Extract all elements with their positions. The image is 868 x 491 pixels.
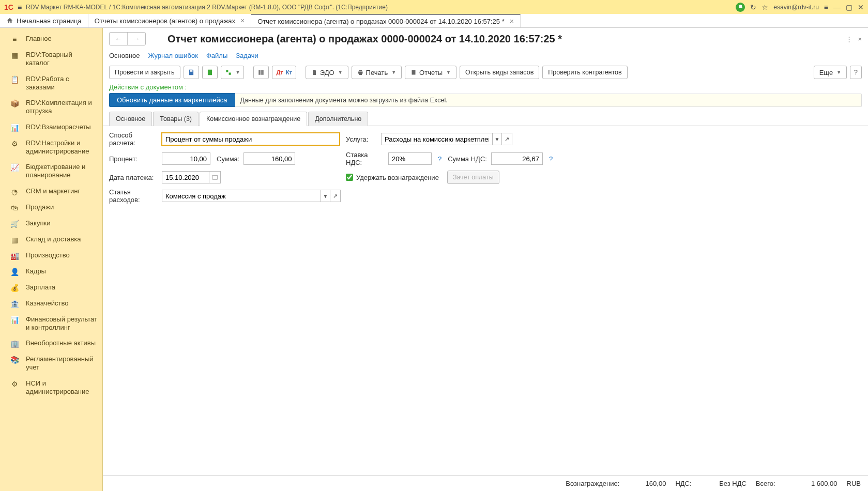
building-icon: 🏢 (10, 340, 19, 348)
bank-icon: 🏦 (10, 300, 19, 308)
vat-value: Без НДС (719, 480, 747, 487)
percent-input[interactable] (162, 152, 210, 165)
vat-sum-label: Сумма НДС: (448, 155, 487, 163)
cart-icon: 🛒 (10, 220, 19, 228)
post-button[interactable] (202, 66, 218, 79)
report-icon (410, 69, 417, 75)
vat-sum-input[interactable] (491, 152, 543, 165)
forward-button[interactable]: → (127, 33, 145, 45)
tab-list-label: Отчеты комиссионеров (агентов) о продажа… (95, 17, 235, 25)
subnav-errors[interactable]: Журнал ошибок (148, 52, 198, 59)
grid-icon: ▦ (10, 51, 19, 59)
history-icon[interactable]: ↻ (750, 3, 756, 11)
print-button[interactable]: Печать▼ (352, 66, 402, 79)
calendar-icon[interactable] (209, 171, 221, 183)
sidebar-item-salary[interactable]: 💰Зарплата (0, 280, 102, 296)
sidebar-item-treasury[interactable]: 🏦Казначейство (0, 296, 102, 312)
dropdown-icon[interactable]: ▼ (493, 133, 502, 145)
hamburger-icon[interactable]: ≡ (18, 3, 22, 11)
save-button[interactable] (184, 66, 199, 79)
titlebar: 1C ≡ RDV Маркет RM-KA-MODEL / 1С:Комплек… (0, 0, 868, 14)
subnav-tasks[interactable]: Задачи (236, 52, 258, 59)
method-label: Способ расчета: (109, 131, 158, 147)
dropdown-icon[interactable]: ▼ (321, 190, 330, 202)
movement-button[interactable] (253, 66, 269, 79)
subnav-main[interactable]: Основное (109, 52, 140, 59)
withhold-checkbox[interactable]: Удержать вознаграждение (346, 174, 439, 181)
date-input[interactable] (162, 171, 209, 183)
svg-rect-0 (212, 176, 217, 180)
help-button[interactable]: ? (850, 66, 862, 79)
tab-home[interactable]: Начальная страница (0, 14, 88, 27)
sidebar-item-catalog[interactable]: ▦RDV:Товарный каталог (0, 47, 102, 71)
tabbar: Начальная страница Отчеты комиссионеров … (0, 14, 868, 28)
sidebar-item-hr[interactable]: 👤Кадры (0, 264, 102, 280)
sidebar-item-settings[interactable]: ⚙RDV:Настройки и администрирование (0, 135, 102, 160)
back-button[interactable]: ← (110, 33, 127, 45)
amount-label: Сумма: (217, 155, 239, 163)
maximize-icon[interactable]: ▢ (846, 3, 852, 11)
tab-doc[interactable]: Отчет комиссионера (агента) о продажах 0… (251, 14, 521, 27)
home-icon (6, 17, 13, 24)
close-doc-icon[interactable]: × (858, 35, 862, 43)
user-label[interactable]: esavin@rdv-it.ru (773, 4, 819, 11)
post-close-button[interactable]: Провести и закрыть (109, 66, 180, 79)
statusbar: Вознаграждение:160,00 НДС: Без НДС Всего… (103, 475, 868, 491)
star-icon[interactable]: ☆ (762, 3, 768, 11)
service-input[interactable] (381, 133, 493, 145)
sidebar-item-orders[interactable]: 📋RDV:Работа с заказами (0, 71, 102, 96)
ftab-commission[interactable]: Комиссионное вознаграждение (200, 112, 307, 126)
help-icon[interactable]: ? (547, 155, 555, 163)
sidebar-item-production[interactable]: 🏭Производство (0, 248, 102, 264)
vat-rate-input[interactable] (388, 152, 432, 165)
method-input[interactable] (162, 133, 340, 145)
reports-button[interactable]: Отчеты▼ (405, 66, 456, 79)
sidebar-item-budgeting[interactable]: 📈Бюджетирование и планирование (0, 159, 102, 183)
tab-list[interactable]: Отчеты комиссионеров (агентов) о продажа… (88, 14, 251, 27)
sidebar-item-picking[interactable]: 📦RDV:Комплектация и отгрузка (0, 95, 102, 119)
transactions-button[interactable]: ДтКт (272, 66, 296, 79)
sidebar-item-main[interactable]: ≡Главное (0, 31, 102, 47)
open-icon[interactable]: ↗ (502, 133, 512, 145)
edo-button[interactable]: ЭДО▼ (306, 66, 348, 79)
kebab-icon[interactable]: ⋮ (846, 35, 852, 43)
bars-icon: 📊 (10, 316, 19, 324)
sidebar-item-sales[interactable]: 🛍Продажи (0, 200, 102, 216)
amount-input[interactable] (243, 152, 295, 165)
offset-button: Зачет оплаты (447, 171, 499, 184)
calc-icon: 📊 (10, 124, 19, 132)
sidebar-item-settlements[interactable]: 📊RDV:Взаиморасчеты (0, 119, 102, 135)
ftab-additional[interactable]: Дополнительно (308, 112, 368, 126)
notifications-icon[interactable] (736, 3, 745, 12)
filter-icon[interactable]: ≡ (824, 3, 828, 11)
open-stocks-button[interactable]: Открыть виды запасов (460, 66, 539, 79)
form-body: Способ расчета: Услуга: ▼ ↗ Процент: (103, 126, 868, 491)
minimize-icon[interactable]: — (833, 3, 841, 11)
check-contragents-button[interactable]: Проверить контрагентов (542, 66, 627, 79)
based-on-button[interactable]: ▼ (221, 66, 245, 79)
sidebar-item-accounting[interactable]: 📚Регламентированный учет (0, 351, 102, 376)
open-icon[interactable]: ↗ (330, 190, 341, 202)
wallet-icon: 💰 (10, 284, 19, 292)
more-button[interactable]: Еще▼ (814, 66, 847, 79)
sidebar-item-finance[interactable]: 📊Финансовый результат и контроллинг (0, 312, 102, 336)
help-icon[interactable]: ? (436, 155, 444, 163)
service-label: Услуга: (346, 135, 377, 143)
sidebar-item-assets[interactable]: 🏢Внеоборотные активы (0, 335, 102, 351)
close-window-icon[interactable]: ✕ (858, 3, 864, 11)
withhold-check-input[interactable] (346, 174, 353, 181)
ftab-goods[interactable]: Товары (3) (153, 112, 199, 126)
close-icon[interactable]: × (240, 17, 245, 25)
content: ← → Отчет комиссионера (агента) о продаж… (103, 28, 868, 491)
tab-home-label: Начальная страница (17, 17, 82, 25)
close-icon[interactable]: × (510, 17, 514, 25)
sidebar-item-nsi[interactable]: ⚙НСИ и администрирование (0, 376, 102, 400)
expense-input[interactable] (162, 190, 321, 202)
ftab-main[interactable]: Основное (109, 112, 152, 126)
sidebar-item-purchases[interactable]: 🛒Закупки (0, 216, 102, 232)
subnav-files[interactable]: Файлы (206, 52, 227, 59)
sidebar-item-crm[interactable]: ◔CRM и маркетинг (0, 183, 102, 200)
menu-icon: ≡ (10, 35, 19, 43)
sidebar-item-warehouse[interactable]: ▦Склад и доставка (0, 232, 102, 248)
update-marketplace-button[interactable]: Обновить данные из маркетплейса (109, 93, 235, 107)
